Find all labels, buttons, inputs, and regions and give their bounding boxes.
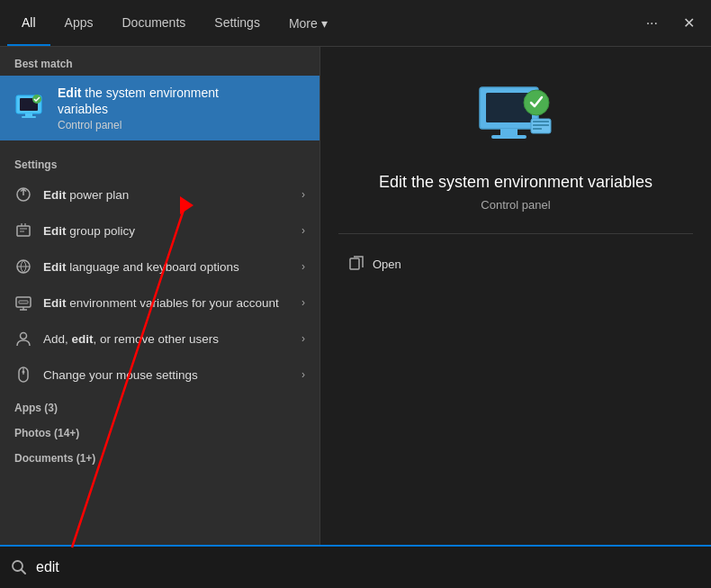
group-policy-arrow: › <box>302 224 305 237</box>
chevron-down-icon: ▾ <box>321 16 328 31</box>
close-icon: ✕ <box>683 14 695 32</box>
settings-item-group-policy[interactable]: Edit group policy › <box>0 213 320 249</box>
power-plan-icon <box>14 185 32 204</box>
result-title: Edit the system environment variables <box>379 172 652 193</box>
language-icon <box>14 258 32 276</box>
svg-rect-20 <box>491 135 526 139</box>
env-variables-arrow: › <box>302 296 305 309</box>
env-variables-text: Edit environment variables for your acco… <box>43 295 291 312</box>
tab-settings[interactable]: Settings <box>200 0 274 46</box>
settings-label: Settings <box>0 148 320 176</box>
svg-rect-10 <box>19 301 28 303</box>
svg-rect-2 <box>25 113 32 116</box>
svg-rect-24 <box>533 128 542 130</box>
tab-apps[interactable]: Apps <box>50 0 108 46</box>
env-variables-icon <box>14 294 32 312</box>
left-panel: Best match Edit the <box>0 47 320 545</box>
settings-item-other-users[interactable]: Add, edit, or remove other users › <box>0 321 320 357</box>
mouse-icon <box>14 366 32 384</box>
documents-category[interactable]: Documents (1+) <box>0 443 320 468</box>
power-plan-text: Edit power plan <box>43 187 291 204</box>
mouse-arrow: › <box>302 368 305 381</box>
right-panel: Edit the system environment variables Co… <box>320 47 711 545</box>
svg-line-28 <box>22 570 26 574</box>
best-match-label: Best match <box>0 47 320 76</box>
search-input[interactable] <box>36 559 700 575</box>
result-large-icon <box>475 83 556 154</box>
search-window: All Apps Documents Settings More ▾ ··· ✕ <box>0 0 711 588</box>
system-variables-icon <box>14 92 47 124</box>
svg-rect-22 <box>533 121 549 122</box>
language-keyboard-text: Edit language and keyboard options <box>43 259 291 276</box>
apps-category[interactable]: Apps (3) <box>0 393 320 418</box>
svg-rect-19 <box>500 129 518 135</box>
action-buttons: Open <box>338 249 693 280</box>
users-icon <box>14 330 32 348</box>
settings-item-power-plan[interactable]: Edit power plan › <box>0 176 320 213</box>
settings-item-language-keyboard[interactable]: Edit language and keyboard options › <box>0 249 320 285</box>
other-users-arrow: › <box>302 332 305 345</box>
settings-section: Settings Edit power plan › <box>0 140 320 393</box>
svg-point-13 <box>21 333 27 339</box>
power-plan-arrow: › <box>302 188 305 201</box>
nav-actions: ··· ✕ <box>637 9 704 37</box>
best-match-text: Edit the system environmentvariables Con… <box>58 85 305 131</box>
computer-large-icon <box>475 83 556 150</box>
settings-item-mouse[interactable]: Change your mouse settings › <box>0 357 320 393</box>
group-policy-icon <box>14 222 32 240</box>
language-arrow: › <box>302 260 305 273</box>
mouse-settings-text: Change your mouse settings <box>43 367 291 384</box>
divider <box>338 233 693 234</box>
search-icon <box>11 559 27 575</box>
computer-icon <box>14 94 47 122</box>
nav-tabs: All Apps Documents Settings More ▾ ··· ✕ <box>0 0 711 47</box>
photos-category[interactable]: Photos (14+) <box>0 418 320 443</box>
other-users-text: Add, edit, or remove other users <box>43 331 291 348</box>
result-subtitle: Control panel <box>481 198 550 212</box>
options-button[interactable]: ··· <box>637 10 667 37</box>
tab-all[interactable]: All <box>7 0 50 46</box>
search-bar <box>0 545 711 588</box>
settings-item-env-variables[interactable]: Edit environment variables for your acco… <box>0 285 320 321</box>
best-match-title: Edit the system environmentvariables <box>58 85 305 117</box>
close-button[interactable]: ✕ <box>674 9 704 37</box>
best-match-subtitle: Control panel <box>58 119 305 131</box>
svg-rect-9 <box>16 297 31 307</box>
tab-documents[interactable]: Documents <box>107 0 200 46</box>
svg-rect-23 <box>533 124 549 126</box>
main-content: Best match Edit the <box>0 47 711 545</box>
open-icon <box>349 256 364 273</box>
tab-more[interactable]: More ▾ <box>274 0 342 46</box>
svg-rect-3 <box>22 116 36 118</box>
best-match-item[interactable]: Edit the system environmentvariables Con… <box>0 76 320 140</box>
svg-point-16 <box>22 371 25 374</box>
open-action[interactable]: Open <box>338 249 693 280</box>
group-policy-text: Edit group policy <box>43 223 291 240</box>
options-icon: ··· <box>646 15 658 32</box>
svg-rect-26 <box>350 258 359 269</box>
